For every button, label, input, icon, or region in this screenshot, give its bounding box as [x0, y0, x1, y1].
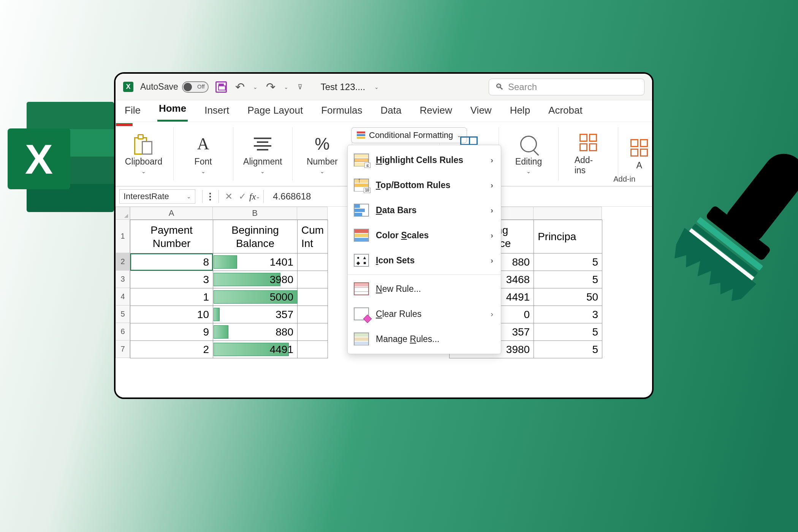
menu-highlight-cells-rules[interactable]: ≤ Highlight Cells Rules› [348, 147, 501, 173]
chevron-down-icon[interactable]: ⌄ [284, 84, 288, 90]
redo-icon[interactable]: ↷ [264, 80, 277, 93]
tab-view[interactable]: View [469, 101, 493, 122]
col-header[interactable]: B [213, 207, 297, 220]
conditional-formatting-button[interactable]: Conditional Formatting ⌄ [351, 127, 467, 143]
cell[interactable] [298, 288, 328, 306]
group-font[interactable]: A Font⌄ [183, 122, 224, 186]
group-clipboard[interactable]: Clipboard⌄ [123, 122, 164, 186]
cell[interactable]: 1401 [213, 253, 298, 271]
chevron-down-icon[interactable]: ⌄ [260, 168, 265, 174]
ribbon-tabs: File Home Insert Page Layout Formulas Da… [116, 100, 652, 122]
cell[interactable] [298, 323, 328, 341]
chevron-right-icon: › [491, 231, 493, 240]
chevron-down-icon[interactable]: ⌄ [201, 168, 206, 174]
alignment-icon [254, 134, 271, 154]
cell[interactable] [298, 253, 328, 271]
cell[interactable]: 8 [130, 253, 213, 271]
cell[interactable]: 1 [130, 288, 213, 306]
clear-rules-icon [354, 307, 369, 320]
row-header[interactable]: 2 [116, 253, 130, 271]
group-number[interactable]: % Number⌄ [302, 122, 343, 186]
row-headers: 1 2 3 4 5 6 7 [116, 207, 130, 397]
tab-home[interactable]: Home [157, 100, 188, 122]
cell[interactable]: 880 [213, 323, 298, 341]
tab-help[interactable]: Help [508, 101, 532, 122]
cell[interactable]: 5 [534, 253, 602, 271]
enter-icon[interactable]: ✓ [236, 191, 249, 202]
cell[interactable]: 10 [130, 306, 213, 323]
undo-icon[interactable]: ↶ [234, 80, 246, 93]
chevron-down-icon[interactable]: ⌄ [187, 193, 191, 200]
toggle-switch[interactable]: Off [182, 81, 209, 93]
tab-data[interactable]: Data [379, 101, 403, 122]
formula-value[interactable]: 4.668618 [273, 191, 311, 202]
qat-customize-icon[interactable]: ⊽ [298, 83, 302, 91]
cell[interactable]: 3980 [213, 271, 298, 288]
tab-formulas[interactable]: Formulas [320, 101, 364, 122]
cell[interactable]: 9 [130, 323, 213, 341]
tab-insert[interactable]: Insert [203, 101, 231, 122]
cell[interactable]: 2 [130, 341, 213, 358]
chevron-down-icon[interactable]: ⌄ [253, 84, 258, 90]
cell[interactable]: BeginningBalance [213, 220, 298, 253]
chevron-down-icon[interactable]: ⌄ [141, 168, 146, 174]
row-header[interactable]: 3 [116, 271, 130, 288]
menu-color-scales[interactable]: Color Scales› [348, 223, 501, 248]
cell[interactable]: 3 [130, 271, 213, 288]
chevron-down-icon[interactable]: ⌄ [374, 84, 379, 90]
menu-clear-rules[interactable]: Clear Rules› [348, 301, 501, 326]
name-box[interactable]: InterestRate ⌄ [119, 189, 195, 204]
addins-group-label: Add-in [613, 175, 635, 184]
autosave-toggle[interactable]: AutoSave Off [140, 81, 209, 93]
cell[interactable]: 50 [534, 288, 602, 306]
save-icon[interactable] [215, 81, 227, 93]
search-input[interactable]: 🔍︎ Search [489, 79, 644, 95]
fx-icon[interactable]: fx [249, 192, 256, 202]
filename[interactable]: Test 123.... [321, 82, 365, 92]
group-editing[interactable]: Editing⌄ [508, 122, 549, 186]
color-scales-icon [354, 229, 369, 242]
cell[interactable]: 4491 [213, 341, 298, 358]
menu-icon-sets[interactable]: ●▲◆■ Icon Sets› [348, 248, 501, 273]
chevron-right-icon: › [491, 181, 493, 190]
menu-data-bars[interactable]: Data Bars› [348, 198, 501, 223]
col-header[interactable] [534, 207, 602, 220]
conditional-formatting-icon [357, 131, 365, 139]
cell[interactable]: 357 [213, 306, 298, 323]
row-header[interactable]: 5 [116, 306, 130, 323]
chevron-down-icon[interactable]: ⌄ [256, 193, 260, 200]
group-addins[interactable]: Add-ins [568, 122, 609, 186]
menu-top-bottom-rules[interactable]: ↑10 Top/Bottom Rules› [348, 173, 501, 198]
row-header[interactable]: 4 [116, 288, 130, 306]
cell[interactable]: 5000 [213, 288, 298, 306]
row-header[interactable]: 7 [116, 340, 130, 358]
select-all-corner[interactable] [116, 207, 130, 220]
chevron-down-icon[interactable]: ⌄ [526, 168, 531, 174]
cell[interactable] [298, 341, 328, 358]
cell[interactable] [298, 306, 328, 323]
cell[interactable]: PaymentNumber [130, 220, 213, 253]
tab-file[interactable]: File [123, 101, 142, 122]
cell[interactable]: CumInt [298, 220, 328, 253]
row-header[interactable]: 6 [116, 323, 130, 340]
cell[interactable]: 3 [534, 306, 602, 323]
chevron-down-icon[interactable]: ⌄ [320, 168, 325, 174]
menu-manage-rules[interactable]: Manage Rules... [348, 326, 501, 352]
tab-acrobat[interactable]: Acrobat [547, 101, 584, 122]
cell[interactable]: 5 [534, 341, 602, 358]
cell[interactable]: 5 [534, 323, 602, 341]
col-header[interactable] [297, 207, 328, 220]
cell[interactable]: Principa [534, 220, 602, 253]
cell[interactable] [298, 271, 328, 288]
tab-review[interactable]: Review [418, 101, 453, 122]
find-icon [520, 136, 537, 152]
cell[interactable]: 5 [534, 271, 602, 288]
group-alignment[interactable]: Alignment⌄ [242, 122, 283, 186]
addins-icon [580, 134, 597, 151]
row-header[interactable]: 1 [116, 220, 130, 253]
menu-new-rule[interactable]: New Rule... [348, 276, 501, 301]
col-header[interactable]: A [130, 207, 213, 220]
tab-page-layout[interactable]: Page Layout [246, 101, 304, 122]
cancel-icon[interactable]: ✕ [222, 191, 236, 202]
more-icon[interactable]: ⋮ [206, 191, 215, 202]
